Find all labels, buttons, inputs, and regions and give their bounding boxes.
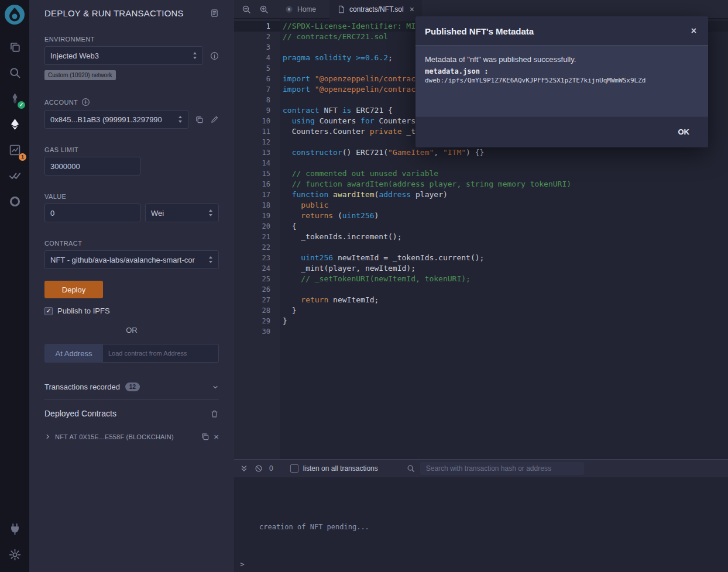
double-chevron-down-icon[interactable] [240,464,248,473]
code-line[interactable]: 18 public [234,200,728,211]
settings-gear-icon[interactable] [5,545,25,564]
terminal-output[interactable]: creation of NFT pending... > [234,477,728,572]
gas-limit-input[interactable] [44,157,140,175]
code-line[interactable]: 14 [234,158,728,168]
info-icon[interactable] [210,51,219,60]
code-line[interactable]: 29} [234,316,728,326]
close-tab-icon[interactable]: × [410,5,414,14]
line-number: 9 [234,105,280,116]
deploy-run-icon[interactable] [5,114,25,134]
code-text [280,242,283,253]
publish-to-ipfs-checkbox[interactable]: ✓ [44,307,53,315]
listen-all-checkbox[interactable] [290,464,298,473]
code-line[interactable]: 13 constructor() ERC721("GameItem", "ITM… [234,147,728,158]
published-metadata-modal: Published NFT's Metadata × Metadata of "… [415,16,708,147]
code-text [280,63,283,74]
chevron-right-icon[interactable] [44,433,51,440]
or-separator: OR [44,326,219,335]
tab-nft-sol[interactable]: contracts/NFT.sol × [329,0,422,19]
unit-testing-icon[interactable] [5,166,25,185]
code-line[interactable]: 20 { [234,221,728,232]
code-text: _tokenIds.increment(); [280,232,402,242]
code-line[interactable]: 17 function awardItem(address player) [234,189,728,200]
terminal-search-input[interactable] [420,462,584,475]
terminal-toolbar: 0 listen on all transactions [234,460,728,477]
contract-select[interactable]: NFT - github/ava-labs/avalanche-smart-co… [44,250,219,269]
code-text [280,95,283,105]
add-account-icon[interactable] [81,98,90,106]
solidity-compiler-icon[interactable]: ✓ [5,88,25,108]
code-line[interactable]: 25 // _setTokenURI(newItemId, tokenURI); [234,274,728,284]
deployed-contracts-title: Deployed Contracts [44,409,210,418]
chevron-down-icon[interactable] [212,384,219,391]
account-select[interactable]: 0x845...B1aB3 (999991.3297990 [44,110,188,129]
search-icon[interactable] [5,63,25,82]
publish-to-ipfs-row[interactable]: ✓ Publish to IPFS [44,306,219,315]
terminal-log-line: creation of NFT pending... [234,477,728,531]
line-number: 18 [234,200,280,211]
docs-icon[interactable] [210,9,219,18]
notification-badge: 1 [19,153,26,161]
transactions-count-badge: 12 [125,383,140,391]
clear-console-icon[interactable] [255,464,263,473]
code-text [280,42,283,53]
transactions-recorded-row[interactable]: Transactions recorded 12 [44,383,219,400]
trash-icon[interactable] [210,409,219,418]
panel-title: DEPLOY & RUN TRANSACTIONS [44,8,210,18]
value-row: Wei [44,204,219,222]
code-text: constructor() ERC721("GameItem", "ITM") … [280,147,484,158]
network-badge: Custom (10920) network [44,70,116,80]
code-line[interactable]: 21 _tokenIds.increment(); [234,232,728,242]
code-line[interactable]: 24 _mint(player, newItemId); [234,263,728,274]
value-input[interactable] [44,204,140,222]
code-line[interactable]: 23 uint256 newItemId = _tokenIds.current… [234,253,728,263]
modal-close-icon[interactable]: × [691,26,696,36]
code-text: // function awardItem(address player, st… [280,179,571,189]
code-text: // contracts/ERC721.sol [280,32,388,42]
code-line[interactable]: 26 [234,284,728,295]
copy-account-icon[interactable] [195,115,204,124]
line-number: 25 [234,274,280,284]
deploy-button[interactable]: Deploy [44,281,103,298]
plugin-manager-icon[interactable] [5,519,25,539]
copy-icon[interactable] [201,432,210,441]
code-line[interactable]: 15 // commented out unused variable [234,168,728,179]
sign-message-icon[interactable] [210,115,219,124]
plugin-chart-icon[interactable]: 1 [5,140,25,160]
line-number: 28 [234,305,280,316]
code-text: returns (uint256) [280,211,379,221]
code-line[interactable]: 16 // function awardItem(address player,… [234,179,728,189]
deploy-run-panel: DEPLOY & RUN TRANSACTIONS ENVIRONMENT In… [29,0,234,572]
code-text: uint256 newItemId = _tokenIds.current(); [280,253,484,263]
line-number: 14 [234,158,280,168]
close-icon[interactable]: × [214,432,219,441]
listen-all-transactions-row[interactable]: listen on all transactions [290,464,378,473]
code-text: pragma solidity >=0.6.2; [280,53,393,63]
home-tab-icon [285,5,293,13]
modal-message: Metadata of "nft" was published successf… [425,55,699,64]
zoom-in-icon[interactable] [255,0,273,19]
tab-home[interactable]: Home [277,0,324,19]
zoom-out-icon[interactable] [238,0,255,19]
code-line[interactable]: 30 [234,326,728,337]
ok-button[interactable]: OK [678,128,690,136]
code-text: { [280,221,296,232]
code-text: // commented out unused variable [280,168,438,179]
modal-title: Published NFT's Metadata [425,26,691,36]
circle-plugin-icon[interactable] [5,191,25,211]
environment-select[interactable]: Injected Web3 [44,46,203,65]
metadata-file-label: metadata.json : [425,67,699,75]
at-address-input[interactable] [103,344,219,363]
code-line[interactable]: 22 [234,242,728,253]
terminal-prompt[interactable]: > [240,560,245,568]
ipfs-url: dweb:/ipfs/QmYL9P1Z7KE6AQvKJPFF52SX1p2TE… [425,77,699,84]
code-line[interactable]: 19 returns (uint256) [234,211,728,221]
deployed-contract-item[interactable]: NFT AT 0X15E...E558F (BLOCKCHAIN) × [44,432,219,441]
code-text: return newItemId; [280,295,379,305]
code-line[interactable]: 28 } [234,305,728,316]
value-unit-select[interactable]: Wei [145,204,219,222]
at-address-button[interactable]: At Address [44,344,103,363]
remix-logo[interactable] [4,4,26,26]
code-line[interactable]: 27 return newItemId; [234,295,728,305]
file-explorer-icon[interactable] [5,37,25,57]
